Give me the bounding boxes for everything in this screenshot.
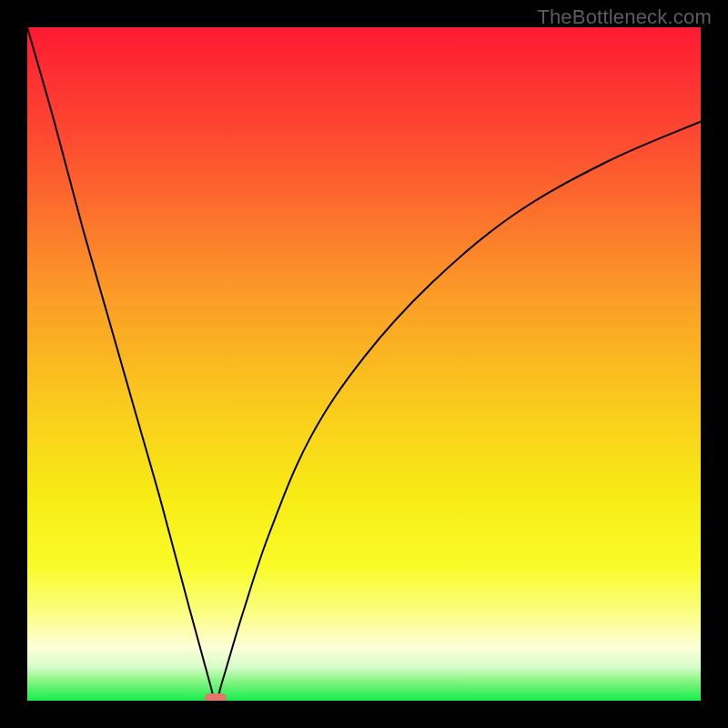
chart-frame: TheBottleneck.com [0, 0, 728, 728]
bottleneck-curve [27, 27, 701, 701]
optimum-marker [205, 693, 227, 701]
plot-area [27, 27, 701, 701]
watermark-text: TheBottleneck.com [537, 5, 712, 29]
